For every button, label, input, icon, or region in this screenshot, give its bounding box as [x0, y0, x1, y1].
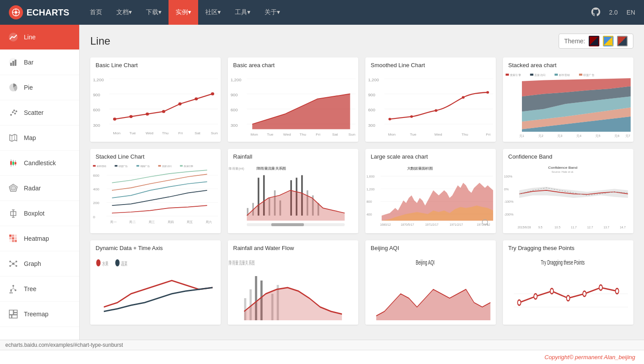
- svg-rect-151: [136, 165, 139, 167]
- theme-dark-btn[interactable]: [589, 36, 599, 46]
- svg-text:2015/6/28: 2015/6/28: [518, 226, 531, 229]
- svg-text:直接访问: 直接访问: [534, 74, 545, 77]
- chart-title-large-area: Large scale area chart: [365, 149, 496, 163]
- svg-text:1971/2/17: 1971/2/17: [450, 223, 463, 226]
- svg-text:Wed: Wed: [283, 133, 291, 137]
- svg-point-16: [15, 110, 17, 112]
- chart-card-dynamic-time[interactable]: Dynamic Data + Time Axis 水果 蔬菜: [90, 240, 221, 325]
- svg-text:Thu: Thu: [162, 131, 169, 135]
- svg-line-49: [11, 264, 12, 265]
- svg-text:周六: 周六: [206, 220, 212, 224]
- brand[interactable]: ECHARTS: [9, 5, 69, 19]
- svg-text:Fri: Fri: [178, 131, 183, 135]
- svg-point-81: [211, 92, 214, 95]
- chart-card-dragging-points[interactable]: Try Dragging these Points Try Dragging t…: [503, 240, 633, 325]
- svg-rect-20: [10, 161, 12, 165]
- svg-point-77: [146, 113, 149, 116]
- svg-text:600: 600: [230, 108, 238, 113]
- svg-text:1,200: 1,200: [366, 188, 374, 191]
- svg-text:元3: 元3: [557, 134, 562, 138]
- sidebar-item-line[interactable]: Line: [0, 25, 79, 50]
- svg-point-51: [12, 285, 14, 287]
- lang-switch[interactable]: EN: [627, 9, 635, 16]
- chart-card-smoothed-line[interactable]: Smoothed Line Chart 1,200 900 600 300: [365, 57, 496, 142]
- svg-text:Thu: Thu: [462, 133, 468, 137]
- svg-text:-200%: -200%: [504, 213, 514, 216]
- svg-point-75: [113, 118, 116, 121]
- svg-point-45: [9, 265, 11, 267]
- svg-text:周五: 周五: [187, 220, 193, 224]
- sidebar-item-tree[interactable]: Tree: [0, 277, 79, 302]
- logo-icon: [9, 5, 23, 19]
- chart-card-stacked-area[interactable]: Stacked area chart 搜索引擎 直接访问 邮件营销: [503, 57, 633, 142]
- svg-rect-126: [506, 74, 509, 76]
- svg-rect-65: [12, 315, 17, 318]
- sidebar-item-radar[interactable]: Radar: [0, 176, 79, 201]
- nav-examples[interactable]: 实例▾: [169, 0, 198, 25]
- svg-point-225: [96, 259, 101, 266]
- chart-card-basic-line[interactable]: Basic Line Chart 1,200 900 600 300: [90, 57, 221, 142]
- svg-rect-146: [90, 163, 221, 233]
- svg-point-46: [15, 265, 17, 267]
- chart-card-large-area[interactable]: Large scale area chart 大数据量面积图 1,600 1,2…: [365, 149, 496, 233]
- sidebar-item-boxplot[interactable]: Boxplot: [0, 201, 79, 226]
- chart-title-rainfall: Rainfall: [228, 149, 358, 163]
- chart-preview-rainfall: 降雨量(ml) 降雨量流量关系图: [228, 163, 358, 233]
- chart-preview-dragging-points: Try Dragging these Points: [503, 254, 633, 325]
- sidebar-item-treemap[interactable]: Treemap: [0, 302, 79, 327]
- chart-card-rainfall-flow[interactable]: Rainfall and Water Flow 降雨量流量关系图: [228, 240, 358, 325]
- svg-point-250: [599, 285, 602, 290]
- svg-text:元1: 元1: [519, 134, 524, 138]
- svg-point-76: [130, 115, 133, 118]
- nav-download[interactable]: 下载▾: [139, 0, 169, 25]
- sidebar-item-candlestick[interactable]: Candlestick: [0, 151, 79, 176]
- chart-card-rainfall[interactable]: Rainfall 降雨量(ml) 降雨量流量关系图: [228, 149, 358, 233]
- svg-point-246: [534, 294, 537, 299]
- pie-icon: [7, 81, 19, 94]
- svg-point-12: [10, 114, 12, 116]
- sidebar-item-pie[interactable]: Pie: [0, 75, 79, 100]
- chart-title-rainfall-flow: Rainfall and Water Flow: [228, 240, 358, 254]
- chart-card-beijing-aqi[interactable]: Beijing AQI Beijing AQI: [365, 240, 496, 325]
- svg-text:元2: 元2: [538, 134, 543, 138]
- status-bar: echarts.baidu.com/examples/#chart-type-s…: [0, 340, 644, 350]
- theme-selector: Theme:: [559, 34, 633, 49]
- svg-line-48: [14, 262, 15, 263]
- svg-point-59: [10, 292, 11, 294]
- svg-rect-8: [10, 63, 12, 66]
- sidebar-item-scatter[interactable]: Scatter: [0, 100, 79, 125]
- svg-text:900: 900: [93, 92, 100, 97]
- svg-point-251: [615, 288, 618, 294]
- nav-home[interactable]: 首页: [83, 0, 109, 25]
- nav-about[interactable]: 关于▾: [257, 0, 287, 25]
- sidebar-item-heatmap[interactable]: Heatmap: [0, 226, 79, 251]
- theme-infographic-btn[interactable]: [617, 36, 628, 46]
- main-container: Line Bar: [0, 25, 644, 340]
- svg-point-79: [178, 102, 181, 106]
- chart-card-stacked-line[interactable]: Stacked Line Chart 邮件营销 联盟广告 视频广告: [90, 149, 221, 233]
- svg-rect-38: [15, 237, 17, 239]
- svg-rect-155: [180, 165, 183, 167]
- nav-tools[interactable]: 工具▾: [228, 0, 257, 25]
- sidebar-item-bar[interactable]: Bar: [0, 50, 79, 75]
- chart-preview-large-area: 大数据量面积图 1,600 1,200 800 400: [365, 163, 496, 233]
- svg-rect-147: [93, 165, 96, 167]
- svg-text:Tue: Tue: [410, 133, 417, 137]
- chart-card-confidence-band[interactable]: Confidence Band Confidence Band Source: …: [503, 149, 633, 233]
- sidebar-item-graph[interactable]: Graph: [0, 251, 79, 277]
- nav-docs[interactable]: 文档▾: [109, 0, 139, 25]
- svg-text:降雨量(ml): 降雨量(ml): [229, 167, 244, 171]
- svg-point-247: [550, 288, 553, 294]
- svg-text:Sat: Sat: [195, 131, 201, 135]
- nav-community[interactable]: 社区▾: [198, 0, 228, 25]
- svg-text:Mon: Mon: [113, 131, 121, 135]
- page-title-row: Line Theme:: [90, 34, 633, 49]
- theme-label: Theme:: [564, 38, 585, 45]
- chart-card-basic-area[interactable]: Basic area chart 1,200 900 600 300: [228, 57, 358, 142]
- sidebar-item-map[interactable]: Map: [0, 125, 79, 151]
- svg-rect-128: [530, 74, 533, 76]
- sidebar-label-pie: Pie: [24, 84, 33, 91]
- svg-text:1870/5/17: 1870/5/17: [401, 223, 414, 226]
- github-link[interactable]: [591, 8, 600, 18]
- theme-macarons-btn[interactable]: [603, 36, 613, 46]
